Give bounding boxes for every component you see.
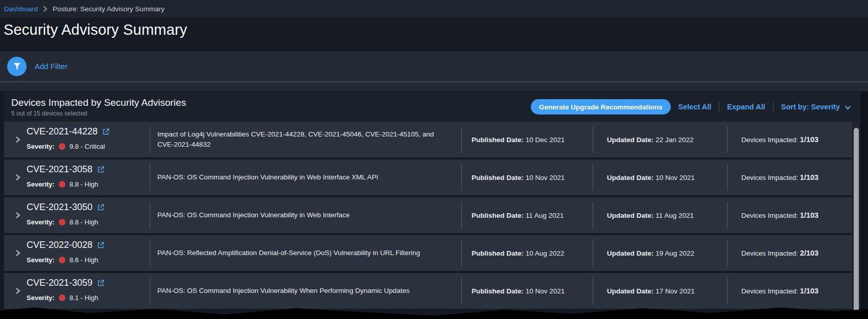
external-link-icon[interactable] (97, 203, 105, 211)
add-filter-button[interactable] (7, 57, 27, 76)
updated-date-label: Updated Date: (607, 136, 654, 144)
devices-impacted-label: Devices Impacted: (741, 249, 798, 257)
divider (593, 202, 593, 229)
advisory-description: PAN-OS: OS Command Injection Vulnerabili… (157, 286, 439, 296)
severity-value: 8.1 - High (69, 294, 98, 302)
breadcrumb-current: Posture: Security Advisory Summary (53, 5, 165, 13)
severity-dot-icon (59, 219, 65, 225)
updated-date-label: Updated Date: (607, 174, 654, 181)
scrollbar-thumb[interactable] (854, 128, 859, 313)
divider (773, 102, 773, 112)
chevron-right-icon (43, 6, 48, 12)
external-link-icon[interactable] (97, 241, 105, 249)
updated-date-value: 22 Jan 2022 (655, 136, 693, 144)
divider (727, 240, 728, 266)
updated-date-value: 19 Aug 2022 (655, 249, 694, 257)
severity-label: Severity: (27, 218, 55, 226)
published-date-value: 10 Nov 2021 (526, 174, 565, 181)
external-link-icon[interactable] (97, 166, 105, 173)
advisory-description: PAN-OS: OS Command Injection Vulnerabili… (157, 210, 439, 220)
published-date-label: Published Date: (472, 249, 524, 257)
published-date-label: Published Date: (472, 136, 524, 144)
published-date-value: 11 Aug 2021 (526, 212, 564, 219)
updated-date-value: 10 Nov 2021 (655, 174, 695, 181)
expand-chevron-icon[interactable] (15, 287, 20, 297)
advisory-row[interactable]: CVE-2021-3050 Severity: 8.8 - High PAN-O… (4, 197, 852, 233)
severity-dot-icon (59, 181, 65, 188)
advisory-description: PAN-OS: OS Command Injection Vulnerabili… (157, 172, 439, 183)
advisory-row[interactable]: CVE-2022-0028 Severity: 8.6 - High PAN-O… (4, 235, 852, 271)
advisory-row[interactable]: CVE-2021-3059 Severity: 8.1 - High PAN-O… (4, 273, 852, 309)
divider (461, 278, 462, 304)
divider (150, 126, 150, 153)
cve-link[interactable]: CVE-2021-3058 (27, 164, 92, 175)
severity-dot-icon (59, 143, 65, 150)
devices-impacted-label: Devices Impacted: (741, 174, 798, 181)
expand-chevron-icon[interactable] (15, 136, 20, 145)
external-link-icon[interactable] (102, 128, 110, 135)
external-link-icon[interactable] (97, 279, 105, 287)
sort-by-dropdown[interactable]: Sort by: Severity (781, 103, 851, 111)
select-all-button[interactable]: Select All (678, 103, 712, 111)
divider (150, 278, 150, 304)
divider (593, 164, 593, 191)
cve-link[interactable]: CVE-2022-0028 (27, 240, 92, 250)
divider (461, 126, 462, 153)
severity-value: 8.8 - High (69, 180, 98, 188)
divider (727, 278, 728, 304)
filter-bar: Add Filter (0, 51, 868, 91)
expand-chevron-icon[interactable] (15, 174, 20, 183)
advisory-row[interactable]: CVE-2021-3058 Severity: 8.8 - High PAN-O… (4, 160, 852, 195)
cve-link[interactable]: CVE-2021-3059 (27, 278, 92, 288)
devices-impacted-label: Devices Impacted: (741, 136, 798, 144)
updated-date-value: 17 Nov 2021 (655, 287, 695, 295)
severity-label: Severity: (27, 180, 55, 188)
severity-dot-icon (59, 294, 65, 301)
panel-header: Devices Impacted by Security Advisories … (4, 92, 861, 122)
devices-impacted-label: Devices Impacted: (741, 287, 798, 295)
published-date-label: Published Date: (472, 212, 524, 219)
updated-date-label: Updated Date: (607, 212, 654, 219)
breadcrumb-dashboard-link[interactable]: Dashboard (4, 5, 38, 13)
divider (593, 278, 593, 304)
published-date-label: Published Date: (472, 174, 524, 181)
severity-label: Severity: (27, 143, 55, 150)
filter-funnel-icon (13, 62, 21, 71)
published-date-value: 10 Dec 2021 (526, 136, 565, 144)
expand-all-button[interactable]: Expand All (727, 103, 765, 111)
devices-impacted-value: 1/103 (800, 135, 818, 144)
expand-chevron-icon[interactable] (15, 212, 20, 221)
severity-label: Severity: (27, 256, 55, 264)
chevron-down-icon (844, 105, 851, 110)
published-date-label: Published Date: (472, 287, 524, 295)
generate-upgrade-recommendations-button[interactable]: Generate Upgrade Recommendations (531, 99, 671, 115)
advisory-row[interactable]: CVE-2021-44228 Severity: 9.8 - Critical … (4, 122, 852, 157)
updated-date-value: 11 Aug 2021 (655, 212, 694, 219)
divider (461, 202, 462, 229)
updated-date-label: Updated Date: (607, 287, 654, 295)
published-date-value: 10 Nov 2021 (526, 287, 565, 295)
advisory-list: CVE-2021-44228 Severity: 9.8 - Critical … (4, 122, 852, 311)
breadcrumb: Dashboard Posture: Security Advisory Sum… (0, 0, 868, 17)
devices-impacted-value: 1/103 (800, 173, 818, 181)
updated-date-label: Updated Date: (607, 249, 654, 257)
expand-chevron-icon[interactable] (15, 249, 20, 259)
panel-title: Devices Impacted by Security Advisories (11, 97, 186, 108)
severity-value: 9.8 - Critical (69, 143, 105, 150)
panel-subtitle: 5 out of 15 devices selected (11, 110, 186, 117)
divider (461, 240, 462, 266)
divider (727, 126, 728, 153)
severity-dot-icon (59, 257, 65, 263)
divider (150, 202, 150, 229)
page-title: Security Advisory Summary (4, 21, 187, 38)
sort-by-label: Sort by: Severity (781, 103, 840, 111)
cve-link[interactable]: CVE-2021-44228 (27, 126, 98, 137)
divider (461, 164, 462, 191)
divider (727, 164, 728, 191)
divider (593, 240, 593, 266)
add-filter-label[interactable]: Add Filter (35, 62, 67, 71)
severity-value: 8.8 - High (69, 218, 98, 226)
divider (150, 164, 150, 191)
divider (727, 202, 728, 229)
cve-link[interactable]: CVE-2021-3050 (27, 202, 92, 213)
